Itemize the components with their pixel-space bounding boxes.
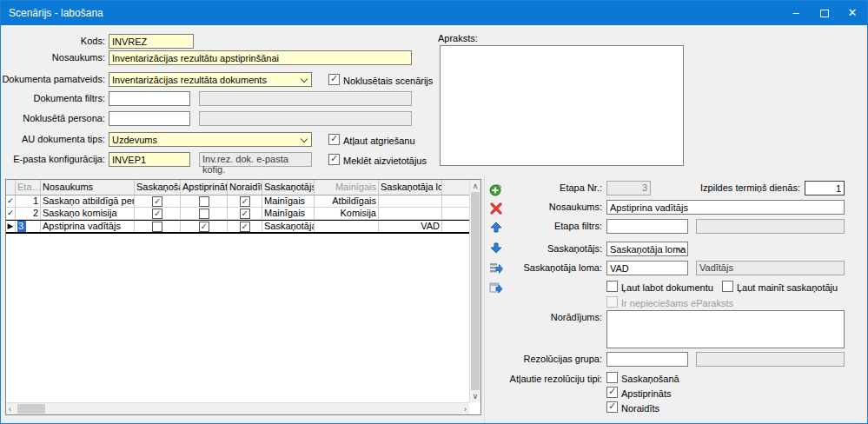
cell-saskanosana-checkbox[interactable]: [152, 196, 162, 207]
laut-mainit-checkbox[interactable]: [722, 281, 733, 292]
kods-label: Kods:: [1, 36, 105, 46]
delete-stage-button[interactable]: [489, 202, 503, 215]
au-dokumenta-tips-select[interactable]: Uzdevums: [109, 132, 312, 147]
cell-noraidits-checkbox[interactable]: [240, 222, 250, 232]
cell-apstiprinats-checkbox[interactable]: [199, 196, 209, 207]
nosaukums-label: Nosaukums:: [1, 52, 105, 63]
cell-nosaukums: Saskaņo komisija: [41, 208, 135, 220]
scroll-up-icon[interactable]: ∧: [470, 182, 480, 190]
cell-saskanosana-checkbox[interactable]: [152, 209, 162, 219]
cell-saskanotajs: Saskaņotāja loma: [262, 221, 315, 232]
dokumenta-filtrs-input[interactable]: [109, 91, 190, 106]
rezolucijas-grupa-input[interactable]: [606, 352, 688, 367]
meklet-aizvietotajus-checkbox[interactable]: [328, 154, 340, 165]
saskanotajs-select[interactable]: Saskaņotāja loma: [606, 242, 688, 256]
grid-horizontal-scrollbar[interactable]: ‹ ›: [6, 402, 469, 414]
apraksts-textarea[interactable]: [440, 45, 684, 166]
meklet-aizvietotajus-label: Meklēt aizvietotājus: [343, 156, 427, 166]
grid-header-saskanosana[interactable]: Saskaņošanā: [135, 180, 181, 195]
maximize-icon: [820, 10, 829, 17]
tipi-saskanosana-checkbox[interactable]: [606, 372, 618, 383]
tipi-noraidits-label: Noraidīts: [621, 403, 659, 414]
cell-saskanotajs: Mainīgais: [262, 208, 315, 220]
grid-header-mainigais[interactable]: Mainīgais: [315, 180, 379, 195]
tipi-apstiprinats-checkbox[interactable]: [606, 387, 618, 398]
grid-header-saskanotajs[interactable]: Saskaņotājs: [262, 180, 315, 195]
laut-labot-checkbox[interactable]: [606, 281, 618, 292]
saskanotajs-label: Saskaņotājs:: [505, 243, 602, 254]
noklusetais-scenarijs-checkbox[interactable]: [328, 74, 340, 85]
grid-vertical-scrollbar[interactable]: ∧ ∨: [469, 180, 480, 402]
detail-nosaukums-input[interactable]: [606, 200, 845, 215]
au-dokumenta-tips-value: Uzdevums: [112, 135, 157, 145]
cell-eta: 1: [16, 195, 41, 208]
arrow-down-icon: [489, 241, 503, 255]
tipi-saskanosana-label: Saskaņošanā: [621, 374, 679, 384]
scenario-edit-dialog: Scenārijs - labošana – ✕ Kods: Nosaukums…: [0, 0, 868, 424]
close-icon: ✕: [848, 6, 858, 19]
chevron-down-icon: [301, 136, 308, 142]
grid-header-eta[interactable]: Eta…: [16, 180, 41, 195]
etapa-nr-label: Etapa Nr.:: [505, 182, 602, 193]
cell-noraidits-checkbox[interactable]: [240, 209, 250, 219]
stages-grid: Eta… Nosaukums Saskaņošanā Apstiprināts …: [5, 179, 481, 415]
move-up-button[interactable]: [489, 221, 503, 235]
add-stage-button[interactable]: [489, 182, 503, 196]
saskanotaja-loma-input[interactable]: [606, 261, 688, 275]
cell-apstiprinats-checkbox[interactable]: [199, 222, 209, 232]
saskanotajs-value: Saskaņotāja loma: [610, 244, 686, 255]
atlaut-atgriesanu-checkbox[interactable]: [328, 134, 340, 145]
minimize-button[interactable]: –: [782, 1, 810, 25]
izpildes-termins-input[interactable]: [805, 181, 845, 195]
nokluseta-persona-label: Noklusētā persona:: [1, 113, 105, 123]
grid-header-apstiprinats[interactable]: Apstiprināts: [181, 180, 228, 195]
delete-icon: [489, 202, 503, 215]
grid-header-loma[interactable]: Saskaņotāja loma: [379, 180, 442, 195]
nosaukums-input[interactable]: [109, 50, 412, 65]
cell-apstiprinats-checkbox[interactable]: [199, 209, 209, 219]
tipi-apstiprinats-label: Apstiprināts: [621, 388, 671, 399]
dokumenta-pamatveids-label: Dokumenta pamatveids:: [1, 74, 105, 84]
epasta-konfiguracija-description: Inv.rez. dok. e-pasta kofig.: [199, 152, 312, 167]
tipi-noraidits-checkbox[interactable]: [606, 401, 618, 413]
window-title: Scenārijs - labošana: [9, 7, 103, 19]
table-row[interactable]: ✓ 2 Saskaņo komisija Mainīgais Komisija: [6, 208, 469, 220]
laut-labot-label: Ļaut labot dokumentu: [621, 282, 713, 293]
atlautie-tipi-label: Atļautie rezolūciju tipi:: [483, 374, 602, 384]
noradijums-textarea[interactable]: [606, 310, 845, 348]
copy-stages-button[interactable]: [489, 262, 503, 275]
detail-nosaukums-label: Nosaukums:: [505, 202, 602, 212]
cell-noraidits-checkbox[interactable]: [240, 196, 250, 207]
arrow-up-icon: [489, 221, 503, 235]
dokumenta-pamatveids-select[interactable]: Inventarizācijas rezultāta dokuments: [109, 72, 312, 87]
cell-saskanosana-checkbox[interactable]: [152, 222, 162, 232]
dokumenta-filtrs-description: [199, 91, 412, 106]
noradijums-label: Norādījums:: [505, 312, 602, 322]
table-row-selected[interactable]: ▶ 3 Apstiprina vadītājs Saskaņotāja loma…: [6, 220, 469, 234]
move-down-button[interactable]: [489, 241, 503, 255]
kods-input[interactable]: [109, 34, 194, 49]
cell-loma: [379, 208, 442, 220]
titlebar: Scenārijs - labošana – ✕: [1, 1, 867, 25]
epasta-konfiguracija-input[interactable]: [109, 152, 190, 167]
etapa-filtrs-input[interactable]: [606, 219, 688, 234]
scroll-left-icon[interactable]: ‹: [9, 405, 11, 414]
selected-cell[interactable]: 3: [17, 221, 26, 232]
open-stage-button[interactable]: [489, 281, 503, 295]
stages-grid-body: Eta… Nosaukums Saskaņošanā Apstiprināts …: [6, 180, 469, 402]
grid-header-nosaukums[interactable]: Nosaukums: [41, 180, 135, 195]
table-row[interactable]: ✓ 1 Saskaņo atbildīgā persona Mainīgais …: [6, 195, 469, 208]
dokumenta-filtrs-label: Dokumenta filtrs:: [1, 93, 105, 103]
cell-nosaukums: Saskaņo atbildīgā persona: [41, 195, 135, 208]
horizontal-scroll-thumb[interactable]: [17, 404, 45, 414]
row-marker: ✓: [6, 208, 16, 220]
nokluseta-persona-input[interactable]: [109, 111, 190, 126]
chevron-down-icon: [301, 76, 308, 83]
scroll-right-icon[interactable]: ›: [464, 405, 467, 414]
close-button[interactable]: ✕: [838, 1, 866, 25]
scroll-down-icon[interactable]: ∨: [470, 392, 480, 401]
maximize-button[interactable]: [811, 1, 838, 25]
vertical-scroll-thumb[interactable]: [471, 192, 480, 390]
au-dokumenta-tips-label: AU dokumenta tips:: [1, 134, 105, 144]
grid-header-noraidits[interactable]: Noraidīts: [228, 180, 262, 195]
